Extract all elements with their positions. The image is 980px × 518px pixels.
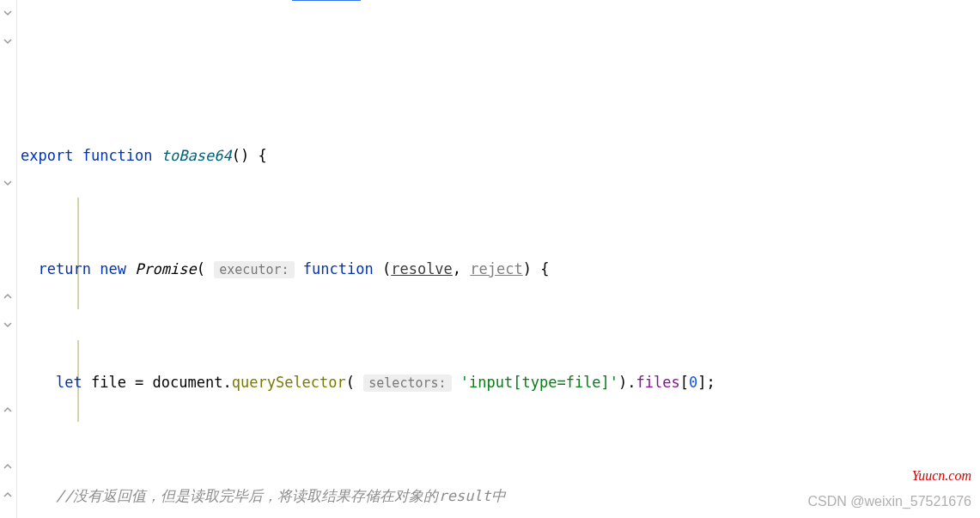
fold-icon[interactable] — [2, 460, 14, 472]
code-line[interactable]: return new Promise( executor: function (… — [17, 255, 980, 283]
tail: ]; — [697, 374, 715, 391]
fold-icon[interactable] — [2, 177, 14, 189]
keyword-function: function — [303, 260, 374, 277]
code-editor[interactable]: export function toBase64() { return new … — [17, 0, 980, 518]
comment: //没有返回值，但是读取完毕后，将读取结果存储在对象的result中 — [56, 487, 506, 504]
code-line[interactable]: let file = document.querySelector( selec… — [17, 369, 980, 397]
code-line[interactable]: export function toBase64() { — [17, 142, 980, 170]
keyword-new: new — [100, 260, 126, 277]
var-file: file — [91, 374, 126, 391]
keyword-function: function — [82, 147, 153, 164]
param-hint-executor: executor: — [214, 261, 294, 278]
watermark-site: Yuucn.com — [912, 468, 971, 484]
type-promise: Promise — [135, 260, 197, 277]
ident-document: document — [153, 374, 223, 391]
editor-gutter — [0, 0, 17, 518]
fold-icon[interactable] — [2, 404, 14, 416]
number-literal: 0 — [689, 374, 697, 391]
tail: ) { — [523, 260, 550, 277]
fold-icon[interactable] — [2, 7, 14, 19]
keyword-return: return — [38, 260, 90, 277]
prop-files: files — [636, 374, 680, 391]
keyword-let: let — [56, 374, 82, 391]
indent-guide — [77, 198, 79, 309]
param-reject: reject — [470, 260, 522, 277]
brace: { — [249, 147, 266, 164]
fold-icon[interactable] — [2, 319, 14, 331]
param-resolve: resolve — [391, 260, 453, 277]
parens: () — [232, 147, 249, 164]
function-name: toBase64 — [161, 147, 232, 164]
equals: = — [126, 374, 153, 391]
fold-icon[interactable] — [2, 290, 14, 302]
keyword-export: export — [21, 147, 73, 164]
param-hint-selectors: selectors: — [363, 375, 451, 392]
method-queryselector: querySelector — [232, 374, 346, 391]
watermark-csdn: CSDN @weixin_57521676 — [807, 494, 971, 509]
fold-icon[interactable] — [2, 489, 14, 501]
fold-icon[interactable] — [2, 35, 14, 47]
string-literal: 'input[type=file]' — [460, 374, 618, 391]
